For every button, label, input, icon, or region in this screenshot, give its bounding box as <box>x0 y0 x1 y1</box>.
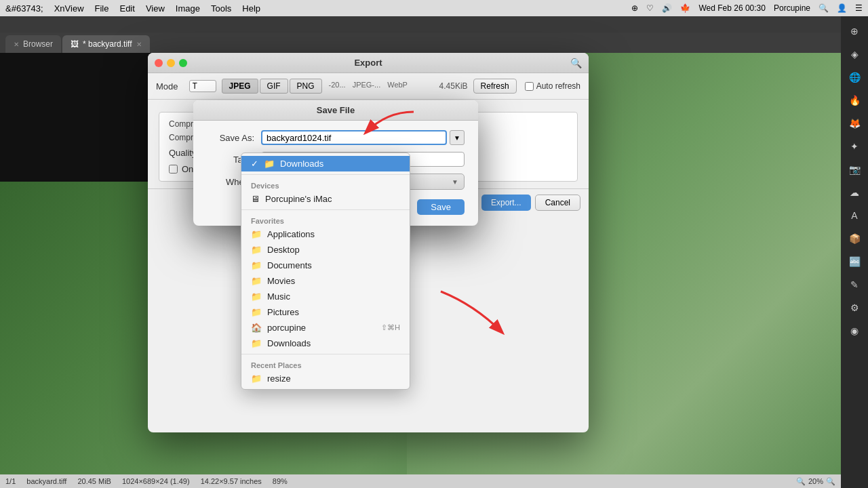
porcupine-shortcut: ⇧⌘H <box>381 323 400 332</box>
zoom-icon[interactable]: 🔍 <box>570 58 582 68</box>
save-as-label: Save As: <box>207 133 254 143</box>
dropdown-item-applications[interactable]: 📁 Applications <box>241 226 410 242</box>
menubar-wifi: ⊕ <box>631 3 638 13</box>
sidebar-icon-14[interactable]: ◉ <box>845 321 864 340</box>
format-more2[interactable]: JPEG-... <box>350 79 384 94</box>
sidebar-icon-12[interactable]: ✎ <box>845 275 864 294</box>
sidebar-icon-13[interactable]: ⚙ <box>845 298 864 317</box>
check-icon: ✓ <box>251 159 258 169</box>
dropdown-item-music[interactable]: 📁 Music <box>241 289 410 304</box>
status-dimensions: 1024×689×24 (1.49) <box>122 477 190 485</box>
status-zoom-control: 🔍 20% 🔍 <box>796 477 835 486</box>
applications-icon: 📁 <box>251 229 262 239</box>
export-toolbar-row: Mode JPEG GIF PNG -20... JPEG-... WebP 4… <box>148 73 589 100</box>
status-page: 1/1 <box>5 477 16 485</box>
apple-menu[interactable]: &#63743; <box>5 3 43 14</box>
where-dropdown-menu: ✓ 📁 Downloads Devices 🖥 Porcupine's iMac… <box>241 152 410 390</box>
music-label: Music <box>267 291 290 302</box>
menu-view[interactable]: View <box>146 3 165 14</box>
dropdown-selected-item[interactable]: ✓ 📁 Downloads <box>241 156 410 171</box>
menubar-datetime: Wed Feb 26 00:30 <box>698 3 766 13</box>
format-tabs: JPEG GIF PNG -20... JPEG-... WebP <box>222 79 410 94</box>
only-one-strip-checkbox[interactable] <box>169 165 178 174</box>
sidebar-icon-2[interactable]: ◈ <box>845 45 864 64</box>
menu-image[interactable]: Image <box>176 3 200 14</box>
sidebar-icon-6[interactable]: ✦ <box>845 137 864 156</box>
format-tab-png[interactable]: PNG <box>290 79 322 94</box>
movies-icon: 📁 <box>251 276 262 286</box>
format-webp[interactable]: WebP <box>384 79 410 94</box>
dropdown-item-resize[interactable]: 📁 resize <box>241 371 410 386</box>
selected-label: Downloads <box>280 159 323 169</box>
tab-close-icon[interactable]: ✕ <box>14 41 19 48</box>
dropdown-item-downloads2[interactable]: 📁 Downloads <box>241 336 410 351</box>
dropdown-item-desktop[interactable]: 📁 Desktop <box>241 242 410 258</box>
tab-backyard[interactable]: 🖼 * backyard.tiff ✕ <box>62 35 149 53</box>
export-dialog-titlebar: Export 🔍 <box>148 53 589 73</box>
refresh-button[interactable]: Refresh <box>473 79 517 94</box>
status-filename: backyard.tiff <box>26 477 66 485</box>
dropdown-item-documents[interactable]: 📁 Documents <box>241 258 410 273</box>
dropdown-separator-3 <box>241 354 410 354</box>
sidebar-icon-11[interactable]: 🔤 <box>845 252 864 271</box>
dropdown-item-porcupine[interactable]: 🏠 porcupine ⇧⌘H <box>241 320 410 336</box>
status-filesize: 20.45 MiB <box>77 477 111 485</box>
auto-refresh-label: Auto refresh <box>536 81 580 91</box>
downloads2-icon: 📁 <box>251 338 262 348</box>
desktop-label: Desktop <box>267 245 300 255</box>
tab-browser[interactable]: ✕ Browser <box>5 35 61 53</box>
menubar-menu[interactable]: ☰ <box>855 3 863 13</box>
minimize-button[interactable] <box>167 59 175 67</box>
menubar-volume: 🔊 <box>662 3 672 13</box>
imac-label: Porcupine's iMac <box>265 194 332 204</box>
dropdown-item-movies[interactable]: 📁 Movies <box>241 273 410 289</box>
app-background: ✕ Browser 🖼 * backyard.tiff ✕ Export 🔍 <box>0 16 841 488</box>
menubar-user: Porcupine <box>774 3 810 13</box>
movies-label: Movies <box>267 276 295 286</box>
tab-close-icon2[interactable]: ✕ <box>136 41 142 48</box>
maximize-button[interactable] <box>179 59 187 67</box>
resize-icon: 📁 <box>251 373 262 384</box>
close-button[interactable] <box>155 59 163 67</box>
mode-input[interactable] <box>189 80 216 92</box>
save-as-input[interactable] <box>261 130 447 145</box>
save-dialog-title: Save File <box>317 105 355 115</box>
menubar-search[interactable]: 🔍 <box>818 3 829 13</box>
export-dialog-title: Export <box>354 58 382 68</box>
menu-file[interactable]: File <box>95 3 109 14</box>
save-button[interactable]: Save <box>417 199 465 215</box>
selected-folder-icon: 📁 <box>264 159 275 169</box>
sidebar-icon-8[interactable]: ☁ <box>845 183 864 202</box>
menu-tools[interactable]: Tools <box>211 3 231 14</box>
sidebar-icon-3[interactable]: 🌐 <box>845 68 864 87</box>
format-tab-jpeg[interactable]: JPEG <box>222 79 258 94</box>
porcupine-label: porcupine <box>267 323 306 333</box>
zoom-in-icon[interactable]: 🔍 <box>826 477 835 486</box>
sidebar-icon-4[interactable]: 🔥 <box>845 91 864 110</box>
tab-browser-label: Browser <box>23 39 53 49</box>
menu-help[interactable]: Help <box>242 3 260 14</box>
save-as-dropdown-btn[interactable]: ▼ <box>450 130 465 145</box>
resize-label: resize <box>267 373 291 384</box>
export-button[interactable]: Export... <box>481 195 531 211</box>
dropdown-item-pictures[interactable]: 📁 Pictures <box>241 304 410 320</box>
auto-refresh-row: Auto refresh <box>525 81 580 91</box>
sidebar-icon-1[interactable]: ⊕ <box>845 22 864 41</box>
format-more1[interactable]: -20... <box>326 79 349 94</box>
dropdown-item-imac[interactable]: 🖥 Porcupine's iMac <box>241 191 410 207</box>
tab-bar: ✕ Browser 🖼 * backyard.tiff ✕ <box>0 33 841 53</box>
auto-refresh-checkbox[interactable] <box>525 82 534 91</box>
quality-label: Quality <box>169 148 196 158</box>
sidebar-icon-9[interactable]: A <box>845 206 864 225</box>
mode-label: Mode <box>156 81 178 92</box>
cancel-button[interactable]: Cancel <box>535 195 580 211</box>
zoom-value: 20% <box>808 477 823 485</box>
sidebar-icon-7[interactable]: 📷 <box>845 160 864 179</box>
sidebar-icon-5[interactable]: 🦊 <box>845 114 864 133</box>
zoom-out-icon[interactable]: 🔍 <box>796 477 806 486</box>
menu-xnview[interactable]: XnView <box>54 3 84 14</box>
format-tab-gif[interactable]: GIF <box>260 79 288 94</box>
sidebar-icon-10[interactable]: 📦 <box>845 229 864 248</box>
menu-edit[interactable]: Edit <box>119 3 134 14</box>
pictures-label: Pictures <box>267 307 299 317</box>
